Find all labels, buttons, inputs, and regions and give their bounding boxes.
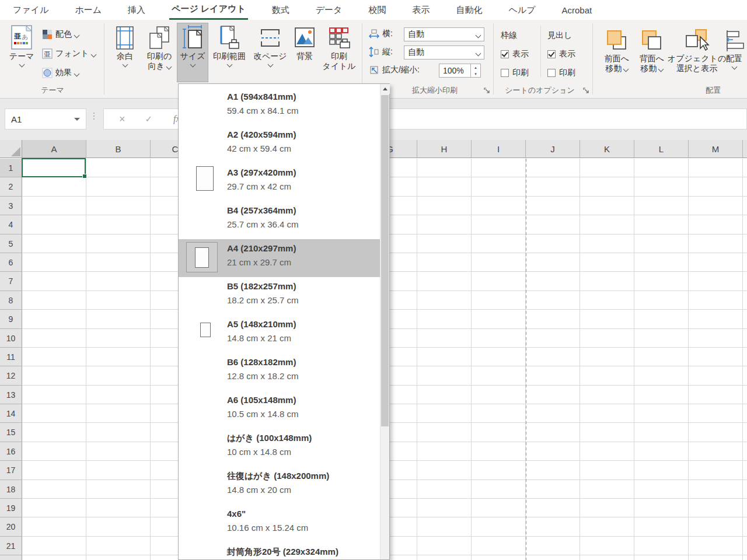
- align-button[interactable]: 配置: [724, 28, 745, 69]
- cell-M22[interactable]: [689, 555, 743, 560]
- cell-I3[interactable]: [472, 197, 526, 215]
- cell-M21[interactable]: [689, 537, 743, 555]
- row-header-21[interactable]: 21: [0, 537, 22, 555]
- cell-L11[interactable]: [634, 348, 689, 366]
- cell-M20[interactable]: [689, 517, 743, 536]
- size-option-a6[interactable]: A6 (105x148mm)10.5 cm x 14.8 cm: [179, 391, 380, 429]
- cell-N16[interactable]: [743, 442, 747, 461]
- cell-I5[interactable]: [472, 235, 526, 253]
- gridlines-view-checkbox[interactable]: 表示: [501, 49, 529, 60]
- cell-B14[interactable]: [86, 404, 151, 423]
- cell-B3[interactable]: [86, 197, 151, 215]
- cell-L22[interactable]: [634, 555, 689, 560]
- cell-A14[interactable]: [22, 404, 86, 423]
- row-header-15[interactable]: 15: [0, 423, 22, 442]
- height-select[interactable]: 自動: [404, 46, 484, 60]
- cell-J9[interactable]: [526, 310, 580, 328]
- cell-B5[interactable]: [86, 235, 151, 253]
- theme-effects-button[interactable]: 効果: [42, 68, 79, 78]
- cell-J13[interactable]: [526, 386, 580, 404]
- cell-A10[interactable]: [22, 329, 86, 348]
- row-header-9[interactable]: 9: [0, 310, 22, 328]
- cell-M19[interactable]: [689, 499, 743, 517]
- tab-view[interactable]: 表示: [410, 0, 432, 20]
- cell-H5[interactable]: [417, 235, 472, 253]
- cell-B8[interactable]: [86, 291, 151, 310]
- size-option-a4[interactable]: A4 (210x297mm)21 cm x 29.7 cm: [179, 239, 380, 277]
- tab-formulas[interactable]: 数式: [270, 0, 292, 20]
- cell-B18[interactable]: [86, 480, 151, 499]
- cell-N20[interactable]: [743, 517, 747, 536]
- cell-L15[interactable]: [634, 423, 689, 442]
- scale-spinner[interactable]: 100% ▴ ▾: [439, 64, 481, 78]
- cell-J8[interactable]: [526, 291, 580, 310]
- cell-A22[interactable]: [22, 555, 86, 560]
- cell-N19[interactable]: [743, 499, 747, 517]
- cell-K9[interactable]: [580, 310, 634, 328]
- chevron-down-icon[interactable]: [74, 118, 80, 121]
- row-header-13[interactable]: 13: [0, 386, 22, 404]
- background-button[interactable]: 背景: [291, 24, 319, 61]
- row-header-10[interactable]: 10: [0, 329, 22, 348]
- cell-N13[interactable]: [743, 386, 747, 404]
- cell-L19[interactable]: [634, 499, 689, 517]
- cell-B1[interactable]: [86, 159, 151, 177]
- cell-M15[interactable]: [689, 423, 743, 442]
- cell-A15[interactable]: [22, 423, 86, 442]
- cell-I12[interactable]: [472, 366, 526, 385]
- column-header-H[interactable]: H: [417, 140, 472, 158]
- cell-I8[interactable]: [472, 291, 526, 310]
- cell-B17[interactable]: [86, 461, 151, 480]
- cell-B13[interactable]: [86, 386, 151, 404]
- size-option-b5[interactable]: B5 (182x257mm)18.2 cm x 25.7 cm: [179, 277, 380, 315]
- cell-I19[interactable]: [472, 499, 526, 517]
- spinner-up-icon[interactable]: ▴: [471, 64, 480, 71]
- cell-J17[interactable]: [526, 461, 580, 480]
- cell-M13[interactable]: [689, 386, 743, 404]
- cell-K15[interactable]: [580, 423, 634, 442]
- row-header-1[interactable]: 1: [0, 159, 22, 177]
- cell-I4[interactable]: [472, 215, 526, 234]
- cell-B9[interactable]: [86, 310, 151, 328]
- theme-fonts-button[interactable]: 亜 フォント: [42, 48, 96, 59]
- cell-K14[interactable]: [580, 404, 634, 423]
- cell-N3[interactable]: [743, 197, 747, 215]
- cell-L14[interactable]: [634, 404, 689, 423]
- cell-N15[interactable]: [743, 423, 747, 442]
- cell-I1[interactable]: [472, 159, 526, 177]
- cell-I21[interactable]: [472, 537, 526, 555]
- cell-L7[interactable]: [634, 272, 689, 290]
- column-header-M[interactable]: M: [689, 140, 743, 158]
- headings-view-checkbox[interactable]: 表示: [547, 49, 575, 60]
- tab-acrobat[interactable]: Acrobat: [560, 0, 595, 20]
- cell-J10[interactable]: [526, 329, 580, 348]
- cell-K17[interactable]: [580, 461, 634, 480]
- cell-N11[interactable]: [743, 348, 747, 366]
- cell-N6[interactable]: [743, 253, 747, 272]
- theme-colors-button[interactable]: 配色: [42, 29, 79, 40]
- cell-A18[interactable]: [22, 480, 86, 499]
- cell-B2[interactable]: [86, 177, 151, 196]
- fill-handle[interactable]: [82, 174, 87, 178]
- cell-J15[interactable]: [526, 423, 580, 442]
- size-option-4x6[interactable]: 4x6"10.16 cm x 15.24 cm: [179, 505, 380, 542]
- cell-N5[interactable]: [743, 235, 747, 253]
- cell-N14[interactable]: [743, 404, 747, 423]
- cell-I15[interactable]: [472, 423, 526, 442]
- cell-A19[interactable]: [22, 499, 86, 517]
- column-header-A[interactable]: A: [22, 140, 86, 158]
- cell-K12[interactable]: [580, 366, 634, 385]
- size-option-hagaki[interactable]: はがき (100x148mm)10 cm x 14.8 cm: [179, 429, 380, 467]
- scrollbar-thumb[interactable]: [381, 95, 389, 426]
- cell-B22[interactable]: [86, 555, 151, 560]
- cell-B11[interactable]: [86, 348, 151, 366]
- orientation-button[interactable]: 印刷の 向き: [142, 24, 176, 71]
- cell-K1[interactable]: [580, 159, 634, 177]
- cell-N22[interactable]: [743, 555, 747, 560]
- row-header-20[interactable]: 20: [0, 517, 22, 536]
- cell-L9[interactable]: [634, 310, 689, 328]
- cell-I2[interactable]: [472, 177, 526, 196]
- column-header-I[interactable]: I: [472, 140, 526, 158]
- cell-J18[interactable]: [526, 480, 580, 499]
- cell-M7[interactable]: [689, 272, 743, 290]
